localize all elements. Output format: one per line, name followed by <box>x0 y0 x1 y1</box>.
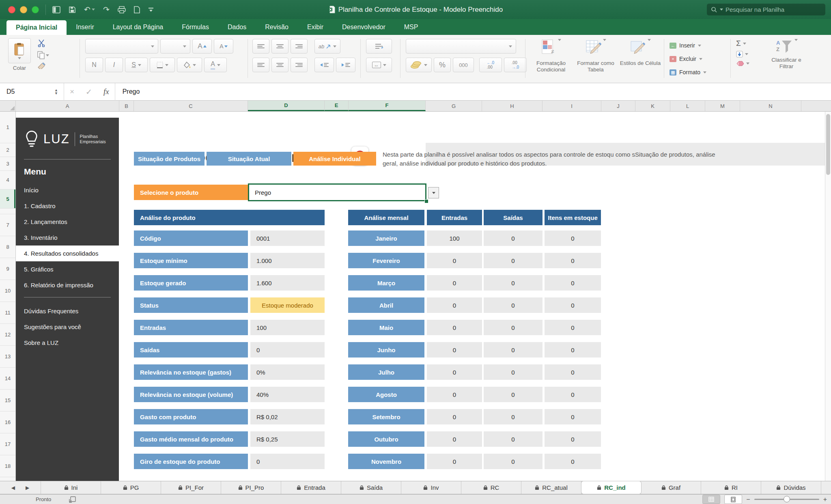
align-right-button[interactable] <box>291 58 308 72</box>
ribbon-tab[interactable]: Inserir <box>67 19 103 35</box>
normal-view-button[interactable] <box>702 495 720 504</box>
saidas-value[interactable]: 0 <box>484 320 543 335</box>
tab-situacao-atual[interactable]: Situação Atual <box>207 152 291 166</box>
currency-format-button[interactable] <box>406 58 432 72</box>
confirm-entry-icon[interactable]: ✓ <box>86 87 92 97</box>
column-header[interactable]: F <box>349 101 426 111</box>
row-value[interactable]: R$ 0,25 <box>250 431 325 447</box>
name-box-spinner[interactable]: ▲▼ <box>54 88 58 95</box>
saidas-value[interactable]: 0 <box>484 297 543 313</box>
sidebar-menu-item[interactable]: 5. Gráficos <box>16 261 119 277</box>
sheet-tab[interactable]: RI <box>701 481 761 494</box>
sort-filter-button[interactable]: AZ Classificar e Filtrar <box>766 39 807 70</box>
increase-font-size-button[interactable]: A <box>192 39 212 54</box>
column-header[interactable]: H <box>482 101 543 111</box>
align-center-button[interactable] <box>271 58 288 72</box>
row-header[interactable]: 9 <box>0 258 15 280</box>
column-header[interactable]: D <box>248 101 325 111</box>
saidas-value[interactable]: 0 <box>484 387 543 402</box>
row-value[interactable]: Estoque moderado <box>250 297 325 313</box>
sidebar-menu-item[interactable]: Sobre a LUZ <box>16 335 119 351</box>
sheet-tab[interactable]: Inv <box>401 481 461 494</box>
ribbon-tab[interactable]: MSP <box>395 19 428 35</box>
saidas-value[interactable]: 0 <box>484 275 543 291</box>
column-header[interactable]: E <box>325 101 349 111</box>
sidebar-menu-item[interactable]: Dúvidas Frequentes <box>16 303 119 319</box>
itens-value[interactable]: 0 <box>545 387 601 402</box>
entradas-value[interactable]: 0 <box>427 431 482 447</box>
vertical-scrollbar[interactable] <box>825 112 831 481</box>
row-header[interactable]: 11 <box>0 302 15 324</box>
sheet-tab[interactable]: PI_Pro <box>221 481 281 494</box>
conditional-formatting-button[interactable]: ≠ Formatação Condicional <box>530 39 572 73</box>
scrollbar-thumb[interactable] <box>826 114 830 175</box>
row-header[interactable]: 14 <box>0 368 15 390</box>
select-all-corner[interactable] <box>0 101 16 111</box>
itens-value[interactable]: 0 <box>545 297 601 313</box>
print-icon[interactable] <box>118 6 126 13</box>
ribbon-tab[interactable]: Página Inicial <box>6 20 67 35</box>
ribbon-tab[interactable]: Fórmulas <box>172 19 218 35</box>
underline-button[interactable]: S <box>125 58 148 72</box>
sidebar-menu-item[interactable]: 2. Lançamentos <box>16 214 119 230</box>
zoom-slider[interactable] <box>754 499 819 500</box>
column-header[interactable]: L <box>670 101 705 111</box>
redo-icon[interactable]: ↷ <box>103 6 110 13</box>
toggle-ribbon-icon[interactable] <box>52 6 60 13</box>
clear-button[interactable] <box>736 60 749 66</box>
itens-value[interactable]: 0 <box>545 275 601 291</box>
align-bottom-button[interactable] <box>291 39 308 54</box>
cell-styles-button[interactable]: Estilos de Célula <box>619 39 661 73</box>
entradas-value[interactable]: 0 <box>427 409 482 424</box>
saidas-value[interactable]: 0 <box>484 431 543 447</box>
column-header[interactable]: J <box>601 101 635 111</box>
sheet-tab[interactable]: RC <box>461 481 521 494</box>
next-sheet-icon[interactable]: ▶ <box>26 485 29 491</box>
sheet-tab[interactable]: Dúvidas <box>761 481 821 494</box>
fill-color-button[interactable] <box>177 58 202 72</box>
cut-icon[interactable] <box>37 39 49 49</box>
entradas-value[interactable]: 0 <box>427 253 482 268</box>
delete-cells-button[interactable]: ×Excluir <box>670 53 706 65</box>
format-cells-button[interactable]: ▦Formato <box>670 67 706 78</box>
bold-button[interactable]: N <box>85 58 103 72</box>
column-header[interactable]: A <box>16 101 119 111</box>
row-value[interactable]: 1.000 <box>250 253 325 268</box>
itens-value[interactable]: 0 <box>545 364 601 380</box>
product-selector-cell[interactable]: Prego <box>248 183 426 201</box>
ribbon-tab[interactable]: Dados <box>218 19 256 35</box>
row-header[interactable]: 18 <box>0 455 15 477</box>
zoom-button[interactable] <box>32 6 39 13</box>
sheet-tab[interactable]: RC_atual <box>521 481 581 494</box>
name-box[interactable]: D5 <box>0 88 54 95</box>
sheet-grid[interactable]: 12345789101112131415161718 LUZ Planilhas… <box>0 112 831 481</box>
row-value[interactable]: 100 <box>250 320 325 335</box>
saidas-value[interactable]: 0 <box>484 409 543 424</box>
autosum-button[interactable]: Σ <box>736 39 749 48</box>
row-value[interactable]: 0% <box>250 364 325 380</box>
align-middle-button[interactable] <box>271 39 288 54</box>
row-header[interactable]: 3 <box>0 157 15 171</box>
row-header[interactable] <box>0 209 15 214</box>
increase-decimal-button[interactable]: ←.0.00 <box>479 58 502 72</box>
saidas-value[interactable]: 0 <box>484 454 543 469</box>
row-value[interactable]: 0001 <box>250 230 325 246</box>
sheet-tab[interactable]: Graf <box>641 481 701 494</box>
insert-cells-button[interactable]: ←Inserir <box>670 40 706 51</box>
zoom-slider-handle[interactable] <box>784 496 790 502</box>
sidebar-menu-item[interactable]: 6. Relatório de impressão <box>16 277 119 293</box>
itens-value[interactable]: 0 <box>545 253 601 268</box>
sidebar-menu-item[interactable]: Início <box>16 182 119 198</box>
saidas-value[interactable]: 0 <box>484 364 543 380</box>
sidebar-menu-item[interactable]: 4. Resultados consolidados <box>16 246 119 261</box>
itens-value[interactable]: 0 <box>545 230 601 246</box>
sidebar-menu-item[interactable]: Sugestões para você <box>16 319 119 335</box>
row-header[interactable]: 16 <box>0 411 15 433</box>
previous-sheet-icon[interactable]: ◀ <box>11 485 15 491</box>
row-header[interactable]: 5 <box>0 190 15 209</box>
sheet-tab[interactable]: Saída <box>341 481 401 494</box>
row-header[interactable]: 7 <box>0 214 15 236</box>
align-left-button[interactable] <box>252 58 269 72</box>
ribbon-tab[interactable]: Layout da Página <box>103 19 173 35</box>
row-header[interactable]: 10 <box>0 280 15 302</box>
